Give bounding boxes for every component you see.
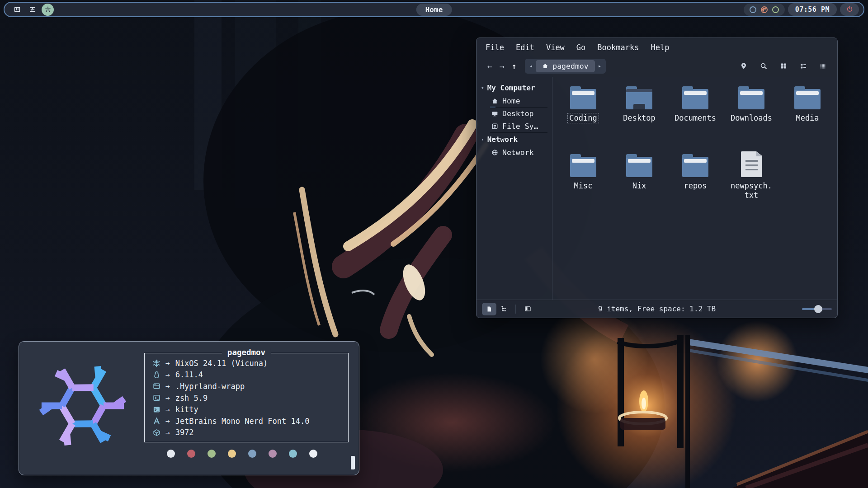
fetch-row: →3972 bbox=[151, 427, 344, 439]
arrow-right-icon: → bbox=[165, 428, 170, 437]
arrow-right-icon: → bbox=[165, 371, 170, 379]
drive-icon bbox=[491, 123, 499, 130]
fetch-value: zsh 5.9 bbox=[175, 394, 208, 403]
forward-button[interactable]: → bbox=[496, 61, 508, 71]
zoom-slider-knob[interactable] bbox=[814, 305, 822, 313]
menu-help[interactable]: Help bbox=[651, 43, 669, 52]
folder-icon bbox=[570, 89, 596, 109]
fetch-value: NixOS 24.11 (Vicuna) bbox=[175, 359, 268, 368]
fetch-row: →6.11.4 bbox=[151, 369, 344, 381]
places-sidebar: ▾My ComputerHomeDesktopFile Sy…▾NetworkN… bbox=[476, 77, 552, 300]
menu-bookmarks[interactable]: Bookmarks bbox=[597, 43, 639, 52]
location-pin-icon[interactable] bbox=[740, 62, 747, 70]
menu-edit[interactable]: Edit bbox=[516, 43, 534, 52]
file-item-label: Coding bbox=[568, 113, 598, 123]
green-ring bbox=[772, 6, 779, 13]
compact-view-icon[interactable] bbox=[820, 63, 826, 70]
zoom-slider[interactable] bbox=[802, 305, 832, 313]
file-item-coding[interactable]: Coding bbox=[555, 83, 611, 151]
folder-icon bbox=[738, 89, 764, 109]
search-icon[interactable] bbox=[760, 62, 767, 70]
chevron-down-icon: ▾ bbox=[481, 85, 484, 91]
path-crumb-label: pagedmov bbox=[552, 62, 588, 70]
show-places-button[interactable] bbox=[482, 303, 496, 315]
clock: 07:56 PM bbox=[788, 3, 837, 16]
toolbar-view-buttons bbox=[740, 62, 826, 70]
file-manager-body: ▾My ComputerHomeDesktopFile Sy…▾NetworkN… bbox=[476, 77, 837, 300]
file-item-label: Media bbox=[794, 113, 820, 123]
file-item-label: Downloads bbox=[729, 113, 774, 123]
palette-dot-3 bbox=[228, 450, 236, 458]
file-item-repos[interactable]: repos bbox=[667, 151, 723, 219]
sidebar-item-desktop[interactable]: Desktop bbox=[490, 108, 547, 120]
text-file-icon bbox=[741, 151, 762, 177]
top-bar: Home 07:56 PM bbox=[4, 2, 864, 17]
icon-view-icon[interactable] bbox=[780, 62, 787, 70]
fetch-value: 6.11.4 bbox=[175, 370, 203, 379]
sidebar-header-my-computer[interactable]: ▾My Computer bbox=[476, 81, 552, 94]
file-item-downloads[interactable]: Downloads bbox=[723, 83, 779, 151]
file-item-newpsych-txt[interactable]: newpsych.txt bbox=[723, 151, 779, 219]
up-button[interactable]: ↑ bbox=[508, 61, 520, 71]
active-window-title: Home bbox=[416, 4, 452, 16]
sidebar-header-label: My Computer bbox=[487, 84, 535, 92]
path-bar: ◂ pagedmov ▸ bbox=[525, 59, 606, 74]
sidebar-item-home[interactable]: Home bbox=[490, 95, 547, 107]
arrow-right-icon: → bbox=[165, 417, 170, 425]
fetch-value: kitty bbox=[175, 405, 198, 414]
show-tree-button[interactable] bbox=[496, 303, 511, 315]
palette-dot-7 bbox=[309, 450, 317, 458]
fetch-row: →JetBrains Mono Nerd Font 14.0 bbox=[151, 415, 344, 427]
workspace-switcher bbox=[11, 4, 54, 16]
palette-dot-6 bbox=[289, 450, 297, 458]
path-scroll-left-icon[interactable]: ◂ bbox=[526, 63, 536, 69]
path-scroll-right-icon[interactable]: ▸ bbox=[595, 63, 604, 69]
workspace-six[interactable] bbox=[42, 4, 54, 16]
file-item-label: Nix bbox=[631, 181, 648, 191]
fetch-value: 3972 bbox=[175, 428, 194, 437]
fetch-value: .Hyprland-wrapp bbox=[175, 382, 245, 391]
sidebar-header-label: Network bbox=[487, 135, 518, 144]
sidebar-item-network[interactable]: Network bbox=[490, 146, 547, 159]
folder-screen-stand bbox=[633, 104, 645, 109]
menu-bar: FileEditViewGoBookmarksHelp bbox=[476, 38, 837, 55]
window-icon bbox=[151, 382, 162, 390]
file-item-misc[interactable]: Misc bbox=[555, 151, 611, 219]
sidebar-header-network[interactable]: ▾Network bbox=[476, 133, 552, 146]
sidebar-item-file-sy-[interactable]: File Sy… bbox=[490, 120, 547, 132]
statusbar-divider bbox=[515, 305, 516, 314]
menu-go[interactable]: Go bbox=[576, 43, 585, 52]
file-item-label: Documents bbox=[673, 113, 717, 123]
terminal-icon bbox=[151, 394, 162, 402]
path-crumb-home[interactable]: pagedmov bbox=[536, 60, 594, 72]
terminal-color-palette bbox=[167, 450, 317, 458]
system-indicators bbox=[744, 4, 785, 16]
palette-dot-5 bbox=[269, 450, 277, 458]
chevron-down-icon: ▾ bbox=[481, 136, 484, 142]
menu-file[interactable]: File bbox=[486, 43, 504, 52]
home-icon bbox=[491, 98, 499, 104]
folder-icon bbox=[794, 89, 821, 109]
file-item-label: Desktop bbox=[622, 113, 657, 123]
file-item-nix[interactable]: Nix bbox=[611, 151, 667, 219]
fetch-row: →.Hyprland-wrapp bbox=[151, 380, 344, 392]
side-pane-toggle-button[interactable] bbox=[520, 303, 535, 315]
arrow-right-icon: → bbox=[165, 382, 170, 390]
arrow-right-icon: → bbox=[165, 405, 170, 414]
back-button[interactable]: ← bbox=[484, 61, 496, 71]
workspace-four[interactable] bbox=[11, 4, 23, 16]
font-icon bbox=[151, 417, 162, 425]
list-view-icon[interactable] bbox=[800, 62, 807, 70]
desktop-folder-icon bbox=[626, 89, 652, 109]
power-button[interactable] bbox=[840, 3, 859, 16]
file-item-media[interactable]: Media bbox=[779, 83, 835, 151]
file-item-desktop[interactable]: Desktop bbox=[611, 83, 667, 151]
file-item-documents[interactable]: Documents bbox=[667, 83, 723, 151]
workspace-five[interactable] bbox=[26, 4, 38, 16]
power-icon bbox=[846, 5, 853, 14]
menu-view[interactable]: View bbox=[546, 43, 565, 52]
fetch-row: →zsh 5.9 bbox=[151, 392, 344, 404]
palette-dot-4 bbox=[248, 450, 256, 458]
desktop-icon bbox=[491, 110, 499, 117]
orange-gauge bbox=[761, 6, 768, 13]
